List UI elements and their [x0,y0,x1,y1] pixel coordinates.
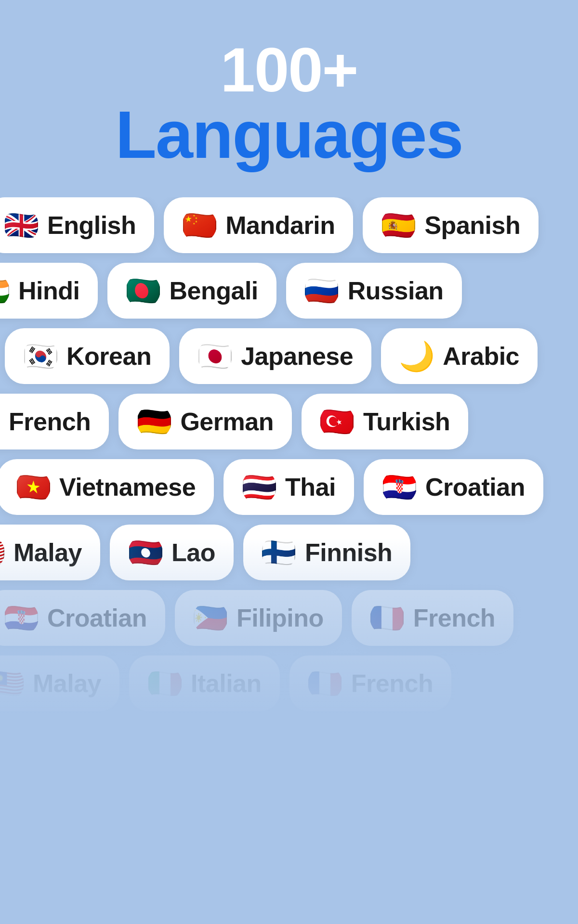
name-hindi: Hindi [18,276,79,305]
flag-french3: 🇫🇷 [308,666,342,701]
name-japanese: Japanese [241,342,353,371]
flag-vietnamese: 🇻🇳 [16,470,51,504]
name-finnish: Finnish [305,538,392,567]
name-russian: Russian [348,276,444,305]
pill-french3[interactable]: 🇫🇷 French [289,655,451,711]
name-arabic: Arabic [443,342,519,371]
pill-malay-partial[interactable]: 🇲🇾 Malay [0,525,100,580]
pill-japanese[interactable]: 🇯🇵 Japanese [179,328,371,384]
name-malay-partial: Malay [13,538,82,567]
language-row-7: 🇭🇷 Croatian 🇵🇭 Filipino 🇫🇷 French [0,590,564,646]
flag-japanese: 🇯🇵 [197,339,232,373]
language-row-1: 🇬🇧 English 🇨🇳 Mandarin 🇪🇸 Spanish [0,197,564,253]
pill-spanish[interactable]: 🇪🇸 Spanish [363,197,539,253]
name-lao: Lao [171,538,215,567]
language-row-6: 🇲🇾 Malay 🇱🇦 Lao 🇫🇮 Finnish [0,525,530,580]
flag-turkish: 🇹🇷 [320,404,355,439]
name-french3: French [351,669,433,698]
flag-croatian: 🇭🇷 [4,601,39,635]
flag-thai: 🇹🇭 [242,470,276,504]
flag-german: 🇩🇪 [137,404,171,439]
flag-spanish: 🇪🇸 [381,208,416,243]
pill-malay[interactable]: 🇲🇾 Malay [0,655,119,711]
name-korean: Korean [66,342,151,371]
pill-vietnamese[interactable]: 🇻🇳 Vietnamese [0,459,214,515]
language-row-4: 🇫🇷 French 🇩🇪 German 🇹🇷 Turkish [0,394,525,449]
name-bengali: Bengali [169,276,258,305]
pill-croatian[interactable]: 🇭🇷 Croatian [0,590,165,646]
flag-english: 🇬🇧 [4,208,39,243]
pill-lao[interactable]: 🇱🇦 Lao [110,525,234,580]
pill-french-partial[interactable]: 🇫🇷 French [0,394,109,449]
pill-filipino[interactable]: 🇵🇭 Filipino [175,590,342,646]
name-croatian-partial: Croatian [425,473,525,501]
name-turkish: Turkish [363,407,450,436]
pill-arabic[interactable]: 🌙 Arabic [381,328,538,384]
flag-hindi: 🇮🇳 [0,273,10,308]
pill-finnish[interactable]: 🇫🇮 Finnish [243,525,410,580]
title-text: Languages [0,101,578,168]
pill-korean[interactable]: 🇰🇷 Korean [5,328,170,384]
languages-grid: 🇬🇧 English 🇨🇳 Mandarin 🇪🇸 Spanish 🇮🇳 Hin… [0,197,578,721]
flag-croatian-partial: 🇭🇷 [382,470,417,504]
flag-finnish: 🇫🇮 [262,535,296,570]
pill-italian[interactable]: 🇮🇹 Italian [129,655,280,711]
language-row-2: 🇮🇳 Hindi 🇧🇩 Bengali 🇷🇺 Russian [0,263,535,319]
flag-korean: 🇰🇷 [23,339,58,373]
name-french-partial: French [9,407,91,436]
name-malay: Malay [33,669,101,698]
name-italian: Italian [191,669,262,698]
name-german: German [180,407,274,436]
pill-russian[interactable]: 🇷🇺 Russian [286,263,462,319]
flag-bengali: 🇧🇩 [126,273,160,308]
flag-mandarin: 🇨🇳 [182,208,217,243]
flag-french2: 🇫🇷 [370,601,405,635]
name-french2: French [413,603,495,632]
name-english: English [47,211,136,240]
name-filipino: Filipino [236,603,324,632]
name-thai: Thai [285,473,336,501]
flag-filipino: 🇵🇭 [193,601,228,635]
pill-bengali[interactable]: 🇧🇩 Bengali [107,263,276,319]
name-mandarin: Mandarin [225,211,335,240]
flag-arabic: 🌙 [399,339,434,373]
language-row-8: 🇲🇾 Malay 🇮🇹 Italian 🇫🇷 French [0,655,549,711]
pill-hindi[interactable]: 🇮🇳 Hindi [0,263,98,319]
name-spanish: Spanish [424,211,520,240]
flag-italian: 🇮🇹 [147,666,182,701]
name-croatian: Croatian [47,603,147,632]
pill-mandarin[interactable]: 🇨🇳 Mandarin [164,197,353,253]
header: 100+ Languages [0,0,578,197]
language-row-3: 🇰🇷 Korean 🇯🇵 Japanese 🌙 Arabic [5,328,578,384]
flag-russian: 🇷🇺 [304,273,339,308]
flag-lao: 🇱🇦 [128,535,163,570]
pill-croatian-partial[interactable]: 🇭🇷 Croatian [364,459,543,515]
name-vietnamese: Vietnamese [59,473,196,501]
pill-french2[interactable]: 🇫🇷 French [352,590,513,646]
flag-malay-partial: 🇲🇾 [0,535,5,570]
pill-turkish[interactable]: 🇹🇷 Turkish [302,394,468,449]
flag-malay: 🇲🇾 [0,666,24,701]
pill-thai[interactable]: 🇹🇭 Thai [223,459,354,515]
language-row-5: 🇻🇳 Vietnamese 🇹🇭 Thai 🇭🇷 Croatian [0,459,576,515]
pill-english[interactable]: 🇬🇧 English [0,197,154,253]
count-text: 100+ [0,38,578,101]
pill-german[interactable]: 🇩🇪 German [118,394,292,449]
